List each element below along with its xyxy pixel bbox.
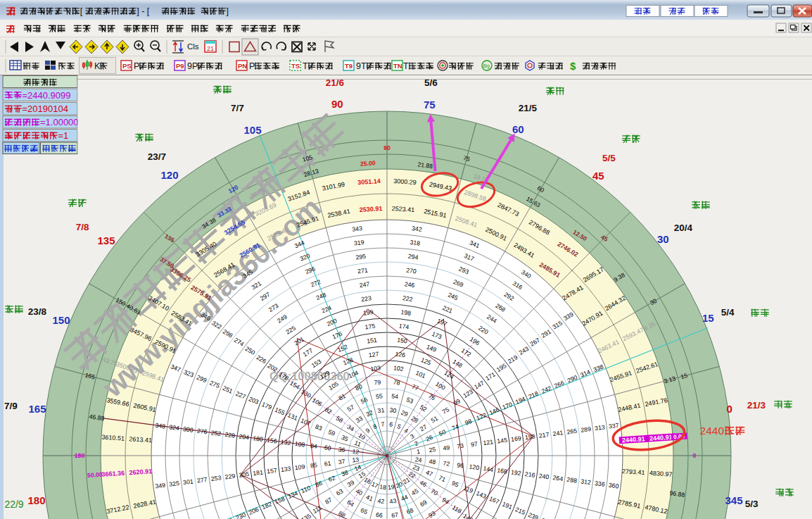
svg-text:205: 205 — [239, 470, 250, 479]
svg-text:=1: =1 — [58, 130, 68, 141]
svg-text:240: 240 — [538, 473, 550, 481]
svg-text:31: 31 — [377, 406, 385, 414]
svg-text:21/6: 21/6 — [326, 77, 345, 88]
svg-text:60: 60 — [512, 123, 524, 135]
svg-text:PS: PS — [122, 62, 132, 70]
svg-text:90: 90 — [383, 144, 391, 151]
svg-text:72: 72 — [443, 460, 450, 468]
svg-text:199: 199 — [362, 308, 374, 317]
svg-text:=2440.9099: =2440.9099 — [23, 90, 71, 101]
svg-text:337: 337 — [608, 422, 619, 430]
svg-text:18: 18 — [379, 483, 387, 491]
svg-text:75: 75 — [424, 99, 436, 111]
svg-text:2440: 2440 — [700, 425, 725, 437]
svg-text:0: 0 — [727, 403, 732, 415]
svg-text:180: 180 — [75, 452, 85, 459]
svg-text:151: 151 — [367, 337, 378, 345]
svg-text:54: 54 — [391, 392, 399, 400]
svg-text:150: 150 — [397, 337, 408, 345]
svg-text:TS: TS — [291, 62, 300, 70]
svg-text:45: 45 — [592, 170, 604, 182]
svg-text:241: 241 — [552, 429, 564, 437]
svg-text:204: 204 — [239, 432, 250, 441]
svg-text:20/4: 20/4 — [674, 223, 693, 233]
svg-text:264: 264 — [552, 474, 564, 482]
svg-text:349: 349 — [155, 482, 166, 490]
svg-text:2613.41: 2613.41 — [129, 435, 152, 444]
svg-text:181: 181 — [253, 468, 264, 477]
svg-text:126: 126 — [395, 350, 406, 358]
svg-text:55: 55 — [375, 392, 383, 400]
svg-text:7/9: 7/9 — [4, 401, 18, 411]
svg-text:Big: Big — [483, 63, 490, 69]
svg-text:5/5: 5/5 — [602, 153, 616, 163]
svg-text:61: 61 — [324, 460, 331, 468]
svg-text:174: 174 — [398, 323, 410, 331]
svg-text:37: 37 — [338, 458, 345, 465]
svg-text:192: 192 — [511, 468, 522, 477]
svg-text:157: 157 — [267, 467, 278, 475]
svg-text:132: 132 — [280, 438, 291, 446]
svg-text:252: 252 — [210, 429, 222, 437]
svg-text:276: 276 — [196, 427, 208, 436]
svg-text:175: 175 — [364, 323, 376, 331]
svg-text:180: 180 — [253, 434, 264, 443]
svg-text:P: P — [249, 61, 255, 71]
svg-text:345: 345 — [725, 494, 743, 506]
svg-text:109: 109 — [294, 463, 305, 471]
svg-text:]: ] — [227, 6, 229, 16]
svg-text:325: 325 — [169, 480, 180, 488]
svg-text:216: 216 — [524, 470, 535, 479]
svg-text:2440.91: 2440.91 — [622, 435, 645, 444]
svg-text:102: 102 — [393, 364, 404, 373]
svg-text:336: 336 — [595, 480, 606, 488]
svg-text:5/4: 5/4 — [721, 307, 735, 318]
svg-text:25: 25 — [429, 446, 436, 454]
svg-text:156: 156 — [267, 437, 278, 445]
svg-text:229: 229 — [224, 473, 236, 481]
svg-text:90: 90 — [331, 98, 343, 110]
svg-text:21: 21 — [207, 45, 214, 52]
svg-text:3051.14: 3051.14 — [357, 177, 381, 186]
svg-text:48: 48 — [429, 458, 436, 465]
svg-text:223: 223 — [361, 294, 372, 303]
svg-text:66: 66 — [375, 511, 383, 519]
svg-text:198: 198 — [400, 308, 412, 317]
svg-text:193: 193 — [524, 432, 535, 441]
svg-text:360: 360 — [608, 482, 619, 490]
svg-text:247: 247 — [359, 280, 370, 289]
svg-text:108: 108 — [294, 440, 305, 449]
svg-text:84: 84 — [310, 442, 317, 450]
svg-text:] - [: ] - [ — [137, 6, 150, 16]
svg-text:60: 60 — [324, 444, 331, 451]
svg-text:12: 12 — [352, 448, 360, 456]
svg-text:127: 127 — [368, 350, 379, 358]
svg-text:[: [ — [80, 6, 83, 16]
svg-text:217: 217 — [538, 431, 550, 439]
svg-text:30: 30 — [657, 233, 669, 245]
svg-text:135: 135 — [98, 235, 115, 246]
svg-text:222: 222 — [402, 294, 414, 303]
svg-text:22/9: 22/9 — [4, 499, 23, 510]
svg-text:180: 180 — [28, 494, 46, 506]
svg-text:265: 265 — [566, 427, 578, 436]
svg-text:277: 277 — [196, 476, 208, 484]
svg-text:169: 169 — [511, 434, 522, 443]
svg-text:313: 313 — [595, 423, 606, 432]
svg-text:5/6: 5/6 — [424, 77, 438, 88]
svg-text:21/3: 21/3 — [747, 400, 766, 411]
svg-text:15: 15 — [702, 312, 714, 324]
svg-text:312: 312 — [581, 477, 592, 486]
svg-text:36: 36 — [338, 446, 345, 454]
svg-text:145: 145 — [497, 437, 508, 445]
svg-text:T: T — [303, 61, 308, 71]
svg-text:67: 67 — [391, 511, 399, 519]
svg-text:121: 121 — [483, 438, 494, 446]
svg-text:289: 289 — [581, 425, 592, 434]
svg-text:25.00: 25.00 — [360, 159, 376, 167]
svg-text:13: 13 — [352, 456, 360, 463]
svg-text:271: 271 — [357, 266, 369, 275]
svg-text:19: 19 — [387, 483, 395, 491]
svg-text:324: 324 — [169, 423, 180, 432]
svg-text:Cls: Cls — [187, 42, 199, 51]
